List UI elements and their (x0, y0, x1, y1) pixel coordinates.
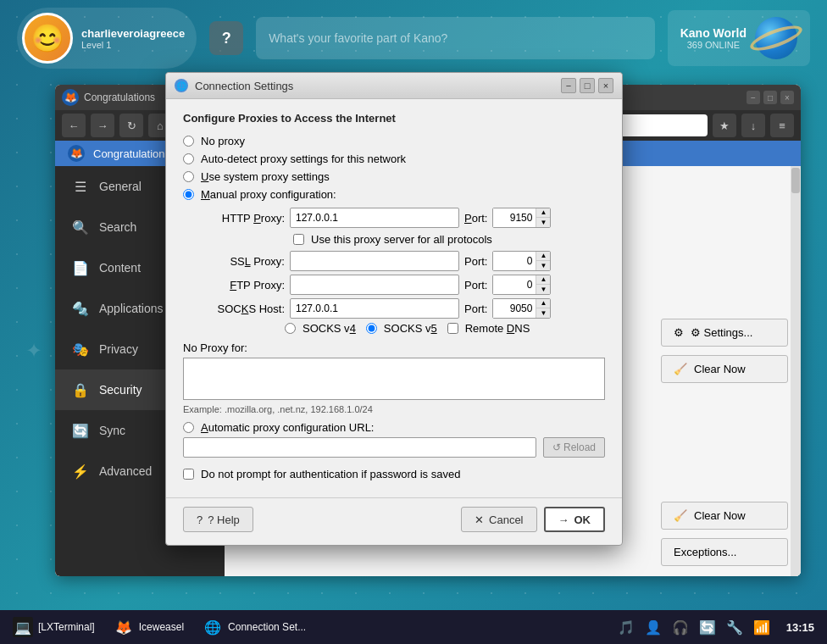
ssl-port-input[interactable] (493, 252, 536, 270)
sidebar-label-general: General (99, 180, 142, 193)
settings-button[interactable]: ⚙ ⚙ Settings... (661, 319, 788, 347)
cancel-button[interactable]: ✕ Cancel (461, 507, 536, 532)
headphones-sys-icon[interactable]: 🎧 (670, 617, 691, 637)
radio-auto-detect-input[interactable] (183, 153, 194, 164)
auto-proxy-radio[interactable] (183, 422, 194, 433)
radio-system-proxy-input[interactable] (183, 171, 194, 182)
no-proxy-textarea[interactable] (183, 358, 605, 400)
socks-port-input[interactable] (493, 299, 536, 318)
dialog-title: Connection Settings (195, 80, 293, 92)
section-title: Configure Proxies to Access the Internet (183, 112, 605, 125)
http-port-up[interactable]: ▲ (536, 208, 550, 218)
ftp-port-up[interactable]: ▲ (536, 275, 550, 285)
ftp-proxy-input[interactable] (290, 275, 459, 295)
scrollbar-thumb[interactable] (791, 168, 800, 193)
cancel-icon: ✕ (475, 514, 484, 526)
http-port-label: Port: (464, 212, 487, 225)
remote-dns-option[interactable]: Remote DNS (447, 322, 530, 335)
ssl-proxy-label: SSL Proxy: (200, 255, 285, 268)
help-icon: ? (197, 514, 203, 526)
dialog-close-button[interactable]: × (598, 78, 613, 93)
sync-sys-icon[interactable]: 🔄 (697, 617, 718, 637)
dialog-window-controls: − □ × (561, 78, 613, 93)
ftp-proxy-row: FTP Proxy: Port: ▲ ▼ (200, 275, 605, 295)
radio-manual-proxy-label: Manual proxy configuration: (201, 188, 336, 201)
radio-no-proxy-input[interactable] (183, 136, 194, 147)
socks-host-input[interactable] (290, 298, 459, 319)
help-button[interactable]: ? (209, 21, 243, 55)
dont-prompt-checkbox[interactable] (183, 469, 194, 480)
sidebar-label-advanced: Advanced (99, 464, 152, 478)
http-port-input[interactable] (493, 208, 536, 227)
user-sys-icon[interactable]: 👤 (643, 617, 663, 637)
radio-manual-proxy[interactable]: Manual proxy configuration: (183, 188, 605, 201)
remote-dns-checkbox[interactable] (447, 323, 458, 334)
ftp-port-input[interactable] (493, 275, 536, 294)
network-sys-icon[interactable]: 📶 (752, 617, 772, 637)
auto-proxy-url-row: ↺ Reload (183, 437, 605, 458)
no-proxy-example: Example: .mozilla.org, .net.nz, 192.168.… (183, 404, 605, 414)
clear-now-button-1[interactable]: 🧹 Clear Now (661, 355, 788, 383)
ssl-port-down[interactable]: ▼ (536, 261, 550, 270)
ok-icon: → (558, 514, 569, 526)
dont-prompt-row: Do not prompt for authentication if pass… (183, 468, 605, 480)
top-search-bar[interactable] (256, 17, 655, 59)
ssl-port-spinner[interactable]: ▲ ▼ (492, 251, 551, 271)
reload-button[interactable]: ↺ Reload (543, 437, 605, 458)
right-panel-buttons: ⚙ ⚙ Settings... 🧹 Clear Now 🧹 Clear Now (661, 319, 788, 566)
browser-close-button[interactable]: × (780, 91, 794, 104)
browser-back-button[interactable]: ← (62, 114, 86, 137)
browser-bookmark-button[interactable]: ★ (713, 114, 736, 137)
http-proxy-input[interactable] (290, 208, 459, 228)
ok-button[interactable]: → OK (544, 507, 606, 532)
browser-menu-button[interactable]: ≡ (770, 114, 794, 137)
socks-v5-radio[interactable] (366, 323, 377, 334)
radio-manual-proxy-input[interactable] (183, 189, 194, 200)
browser-refresh-button[interactable]: ↻ (119, 114, 143, 137)
dialog-minimize-button[interactable]: − (561, 78, 576, 93)
socks-port-down[interactable]: ▼ (536, 308, 550, 318)
ssl-proxy-row: SSL Proxy: Port: ▲ ▼ (200, 251, 605, 271)
ftp-port-down[interactable]: ▼ (536, 285, 550, 294)
exceptions-button[interactable]: Exceptions... (661, 538, 788, 566)
kano-world-widget[interactable]: Kano World 369 ONLINE (668, 10, 810, 66)
socks-port-spinner[interactable]: ▲ ▼ (492, 298, 551, 319)
dialog-footer: ? ? Help ✕ Cancel → OK (166, 497, 622, 545)
sidebar-label-security: Security (99, 383, 142, 397)
socks-v5-option[interactable]: SOCKS v5 (366, 322, 437, 335)
sidebar-label-privacy: Privacy (99, 342, 138, 356)
socks-v4-option[interactable]: SOCKS v4 (285, 322, 356, 335)
radio-system-proxy[interactable]: Use system proxy settings (183, 170, 605, 183)
scrollbar-vertical[interactable] (791, 166, 801, 576)
browser-minimize-button[interactable]: − (747, 91, 760, 104)
socks-port-up[interactable]: ▲ (536, 299, 550, 308)
ssl-proxy-input[interactable] (290, 251, 459, 271)
ssl-port-up[interactable]: ▲ (536, 252, 550, 261)
ftp-port-spinner[interactable]: ▲ ▼ (492, 275, 551, 295)
user-avatar-area[interactable]: 😊 charlieveroiagreece Level 1 (17, 8, 197, 69)
clear-now-button-2[interactable]: 🧹 Clear Now (661, 502, 788, 530)
radio-auto-detect-label: Auto-detect proxy settings for this netw… (201, 153, 406, 165)
help-button[interactable]: ? ? Help (183, 507, 253, 532)
music-sys-icon[interactable]: 🎵 (616, 617, 636, 637)
radio-no-proxy[interactable]: No proxy (183, 135, 605, 147)
taskbar-item-connection[interactable]: 🌐 Connection Set... (194, 613, 314, 641)
dialog-icon: 🌐 (175, 79, 188, 92)
socks-v4-radio[interactable] (285, 323, 296, 334)
http-port-spinner[interactable]: ▲ ▼ (492, 208, 551, 228)
taskbar-item-terminal[interactable]: 💻 [LXTerminal] (4, 613, 103, 641)
dialog-restore-button[interactable]: □ (580, 78, 595, 93)
use-for-all-protocols-checkbox[interactable] (293, 234, 304, 245)
top-search-input[interactable] (269, 31, 642, 45)
browser-restore-button[interactable]: □ (763, 91, 777, 104)
browser-tab-icon: 🦊 (62, 89, 79, 106)
auto-proxy-url-input[interactable] (183, 437, 536, 458)
top-bar: 😊 charlieveroiagreece Level 1 ? Kano Wor… (0, 0, 827, 76)
http-port-down[interactable]: ▼ (536, 218, 550, 227)
taskbar-item-iceweasel[interactable]: 🦊 Iceweasel (105, 613, 192, 641)
browser-forward-button[interactable]: → (91, 114, 114, 137)
settings-sys-icon[interactable]: 🔧 (724, 617, 745, 637)
use-for-all-protocols-row[interactable]: Use this proxy server for all protocols (293, 233, 605, 246)
radio-auto-detect[interactable]: Auto-detect proxy settings for this netw… (183, 153, 605, 165)
browser-download-button[interactable]: ↓ (741, 114, 765, 137)
